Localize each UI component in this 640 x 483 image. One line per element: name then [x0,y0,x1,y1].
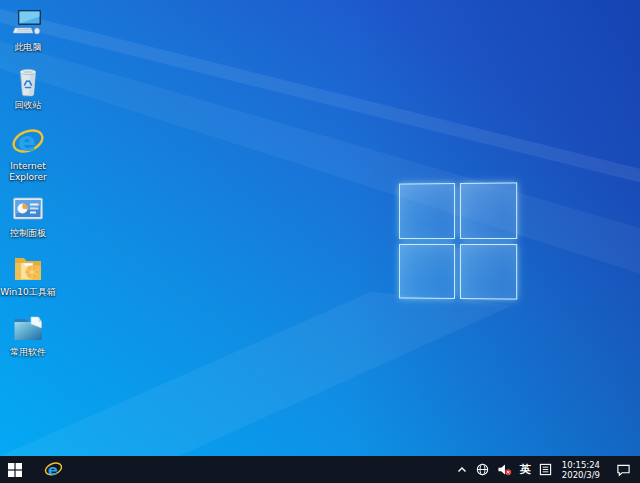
windows-logo-pane [460,244,517,300]
desktop-icon-label: Win10工具箱 [0,287,56,298]
desktop-wallpaper[interactable]: 此电脑 回收站 [0,0,640,456]
ime-keyboard-icon [539,463,552,476]
windows-logo-wallpaper [399,182,517,299]
action-center-button[interactable] [606,456,640,483]
windows-logo-pane [399,183,455,239]
svg-text:e: e [47,462,57,478]
control-panel-icon [11,192,45,226]
network-status-button[interactable] [472,456,493,483]
desktop-icon-win10-toolbox[interactable]: Win10工具箱 [0,251,56,298]
desktop-icon-label: 常用软件 [0,347,56,358]
taskbar: e [0,456,640,483]
recycle-bin-icon [11,64,45,98]
system-tray: 英 10:15:24 2020/3/9 [452,456,640,483]
windows-start-icon [8,463,22,477]
light-ray [0,0,640,456]
show-hidden-icons-button[interactable] [452,456,472,483]
desktop-icon-label: 回收站 [0,100,56,111]
internet-explorer-icon: e [11,125,45,159]
this-pc-icon [11,6,45,40]
taskbar-internet-explorer-button[interactable]: e [36,456,70,483]
desktop-icon-label: 此电脑 [0,42,56,53]
notification-bubble-icon [616,463,631,477]
desktop-icon-label: Internet Explorer [0,161,56,183]
clock-time: 10:15:24 [562,460,600,470]
ime-language-indicator[interactable]: 英 [516,456,535,483]
volume-muted-button[interactable] [493,456,516,483]
desktop-icon-control-panel[interactable]: 控制面板 [0,192,56,239]
speaker-muted-icon [497,463,512,476]
desktop-icon-label: 控制面板 [0,228,56,239]
clock-date: 2020/3/9 [562,470,600,480]
globe-network-icon [476,463,489,476]
light-ray [0,0,640,456]
windows-desktop-screen: 此电脑 回收站 [0,0,640,483]
chevron-up-icon [456,464,468,476]
ime-mode-button[interactable] [535,456,556,483]
windows-logo-pane [399,243,455,299]
internet-explorer-icon: e [44,460,63,479]
software-folder-icon [11,311,45,345]
desktop-icon-recycle-bin[interactable]: 回收站 [0,64,56,111]
windows-logo-pane [460,182,517,238]
desktop-icon-internet-explorer[interactable]: e Internet Explorer [0,125,56,183]
toolbox-folder-icon [11,251,45,285]
start-button[interactable] [0,456,30,483]
light-ray [0,0,640,456]
taskbar-clock[interactable]: 10:15:24 2020/3/9 [556,456,606,483]
desktop-icon-this-pc[interactable]: 此电脑 [0,6,56,53]
svg-text:e: e [18,127,36,157]
desktop-icon-common-software[interactable]: 常用软件 [0,311,56,358]
